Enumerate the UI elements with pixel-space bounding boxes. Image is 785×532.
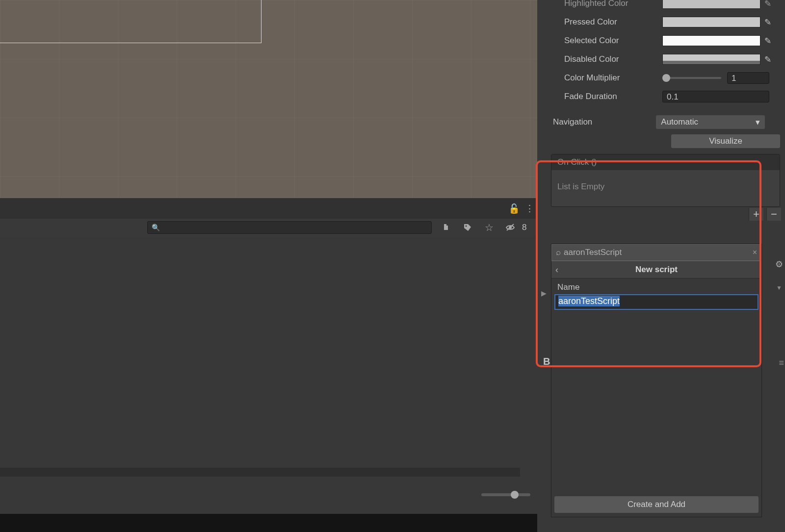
search-icon: 🔍 — [152, 224, 160, 231]
svg-point-0 — [466, 226, 467, 227]
onclick-event-block: On Click () List is Empty — [551, 154, 780, 207]
eyedropper-icon[interactable]: ✎ — [760, 0, 775, 9]
component-initial: B — [543, 356, 550, 367]
highlighted-color-label: Highlighted Color — [564, 0, 662, 8]
pressed-color-swatch[interactable] — [662, 17, 760, 27]
eyedropper-icon[interactable]: ✎ — [760, 54, 775, 65]
chevron-down-icon: ▾ — [756, 117, 760, 127]
hidden-count-icon[interactable] — [500, 220, 521, 235]
pressed-color-label: Pressed Color — [564, 17, 662, 27]
color-multiplier-input[interactable]: 1 — [727, 72, 769, 84]
drag-handle-icon[interactable]: ≡ — [779, 358, 783, 368]
selection-outline — [0, 0, 262, 43]
create-and-add-button[interactable]: Create and Add — [554, 496, 759, 513]
gear-icon[interactable]: ⚙ — [775, 259, 783, 270]
lock-icon[interactable]: 🔓 — [508, 203, 520, 214]
project-search-input[interactable]: 🔍 — [147, 221, 432, 234]
add-event-button[interactable]: + — [749, 208, 763, 221]
onclick-empty-text: List is Empty — [551, 170, 780, 206]
eyedropper-icon[interactable]: ✎ — [760, 36, 775, 46]
script-name-value: aaronTestScript — [558, 296, 620, 306]
selected-color-label: Selected Color — [564, 36, 662, 46]
navigation-label: Navigation — [553, 117, 592, 127]
panel-toolbar: 🔓 ⋮ — [0, 198, 537, 219]
remove-event-button[interactable]: − — [766, 208, 781, 221]
onclick-header: On Click () — [551, 154, 780, 170]
status-bar — [0, 514, 537, 532]
selected-color-swatch[interactable] — [662, 35, 760, 46]
popup-header: ‹ New script — [551, 261, 761, 279]
navigation-dropdown[interactable]: Automatic ▾ — [656, 115, 765, 129]
popup-search-value: aaronTestScript — [564, 248, 622, 257]
horizontal-scrollbar[interactable] — [0, 468, 520, 477]
color-multiplier-slider[interactable] — [662, 77, 721, 79]
visualize-button[interactable]: Visualize — [671, 134, 780, 148]
filter-label-icon[interactable] — [457, 220, 478, 235]
close-icon[interactable]: × — [753, 248, 757, 257]
add-component-popup: ⌕ aaronTestScript × ‹ New script Name aa… — [551, 244, 762, 517]
color-multiplier-label: Color Multiplier — [564, 73, 662, 83]
chevron-down-icon[interactable]: ▼ — [776, 284, 782, 291]
project-content-area[interactable] — [0, 236, 537, 496]
fade-duration-input[interactable]: 0.1 — [662, 91, 769, 102]
fade-duration-label: Fade Duration — [564, 92, 662, 101]
hidden-count-value: 8 — [522, 223, 526, 232]
more-icon[interactable]: ⋮ — [525, 203, 534, 214]
project-search-row: 🔍 ☆ 8 — [0, 219, 537, 236]
filter-type-icon[interactable] — [436, 220, 456, 235]
inspector-panel: Highlighted Color ✎ Pressed Color ✎ Sele… — [537, 0, 785, 532]
expand-triangle-icon[interactable]: ▶ — [541, 289, 547, 297]
script-name-input[interactable]: aaronTestScript — [554, 294, 759, 310]
disabled-color-label: Disabled Color — [564, 54, 662, 64]
popup-body — [551, 310, 761, 496]
filter-tool-icons: ☆ 8 — [436, 220, 526, 235]
popup-title: New script — [635, 265, 678, 275]
onclick-footer: + − — [537, 207, 782, 222]
filter-favorite-icon[interactable]: ☆ — [479, 220, 499, 235]
navigation-value: Automatic — [661, 117, 698, 127]
eyedropper-icon[interactable]: ✎ — [760, 17, 775, 27]
back-icon[interactable]: ‹ — [555, 265, 558, 275]
scene-viewport[interactable] — [0, 0, 537, 198]
script-name-label: Name — [551, 279, 761, 294]
disabled-color-swatch[interactable] — [662, 54, 760, 65]
popup-search-field[interactable]: ⌕ aaronTestScript × — [551, 244, 761, 261]
search-icon: ⌕ — [556, 248, 561, 257]
highlighted-color-swatch[interactable] — [662, 0, 760, 9]
thumbnail-size-slider[interactable] — [481, 493, 530, 496]
